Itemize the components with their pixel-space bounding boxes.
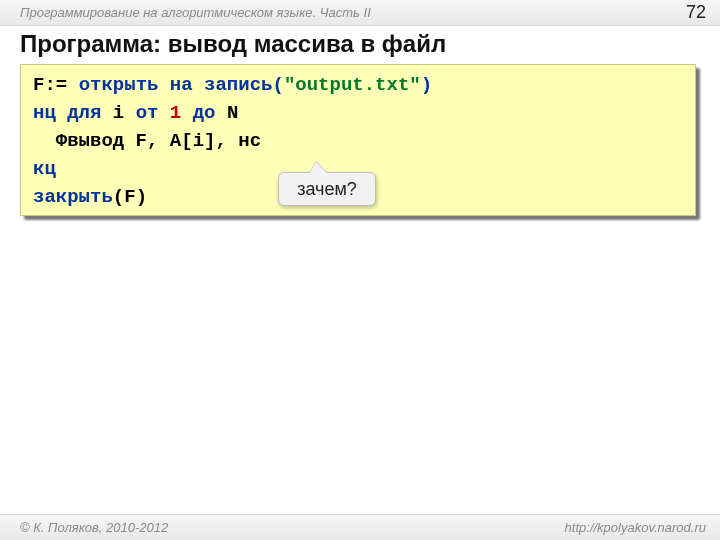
callout-text: зачем? — [297, 179, 357, 200]
page-number: 72 — [686, 2, 706, 23]
topbar: Программирование на алгоритмическом язык… — [0, 0, 720, 26]
code-close: закрыть — [33, 186, 113, 208]
code-kw-nc: нц для — [33, 102, 101, 124]
code-N: N — [215, 102, 238, 124]
code-assign: := — [44, 74, 67, 96]
code-body: Фвывод F, A[i], нс — [33, 130, 261, 152]
code-var: F — [33, 74, 44, 96]
code-kw-do: до — [193, 102, 216, 124]
code-rparen: ) — [421, 74, 432, 96]
callout-bubble: зачем? — [278, 172, 376, 206]
code-iter: i — [101, 102, 135, 124]
code-lparen: ( — [272, 74, 283, 96]
code-close-args: (F) — [113, 186, 147, 208]
footer: © К. Поляков, 2010-2012 http://kpolyakov… — [0, 514, 720, 540]
code-string: "output.txt" — [284, 74, 421, 96]
series-title: Программирование на алгоритмическом язык… — [20, 5, 371, 20]
footer-url: http://kpolyakov.narod.ru — [565, 520, 706, 535]
code-num-one: 1 — [158, 102, 192, 124]
code-kc: кц — [33, 158, 56, 180]
page-title: Программа: вывод массива в файл — [20, 30, 446, 58]
slide: Программирование на алгоритмическом язык… — [0, 0, 720, 540]
copyright: © К. Поляков, 2010-2012 — [20, 520, 168, 535]
code-kw-open: открыть на запись — [79, 74, 273, 96]
code-kw-ot: от — [136, 102, 159, 124]
